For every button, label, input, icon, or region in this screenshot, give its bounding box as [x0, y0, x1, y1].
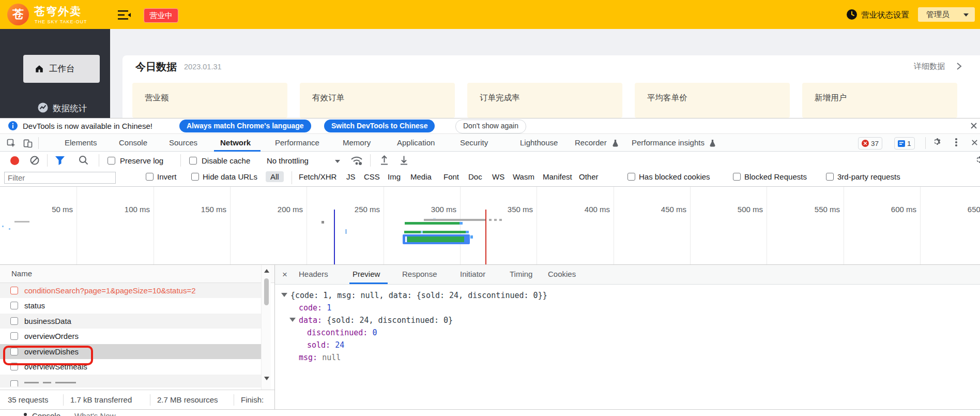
filter-type-all[interactable]: All [266, 171, 284, 182]
has-blocked-cookies-label[interactable]: Has blocked cookies [639, 172, 710, 181]
request-row-status[interactable]: status [0, 298, 261, 314]
tab-elements[interactable]: Elements [65, 138, 97, 147]
request-checkbox[interactable] [10, 302, 18, 309]
invert-checkbox[interactable] [146, 173, 154, 181]
sidebar-collapse-icon[interactable] [118, 10, 131, 20]
throttling-select[interactable]: No throttling [267, 156, 309, 165]
filter-type-img[interactable]: Img [388, 172, 401, 181]
notification-close-icon[interactable] [970, 122, 978, 130]
hide-data-urls-label[interactable]: Hide data URLs [203, 172, 257, 181]
network-conditions-icon[interactable] [350, 155, 363, 166]
filter-type-css[interactable]: CSS [364, 172, 380, 181]
request-list-scrollbar[interactable] [261, 265, 271, 390]
filter-type-fetch-xhr[interactable]: Fetch/XHR [299, 172, 336, 181]
always-match-language-button[interactable]: Always match Chrome's language [179, 120, 311, 132]
drawer-tab-console[interactable]: Console [32, 411, 60, 416]
blocked-requests-checkbox[interactable] [733, 173, 741, 181]
network-settings-gear-icon[interactable] [975, 156, 980, 166]
json-root-summary[interactable]: {code: 1, msg: null, data: {sold: 24, di… [290, 291, 547, 300]
filter-input[interactable] [4, 172, 116, 184]
record-button[interactable] [10, 156, 19, 165]
tab-security[interactable]: Security [460, 138, 488, 147]
scrollbar-thumb[interactable] [264, 278, 269, 305]
request-checkbox[interactable] [10, 317, 18, 325]
dont-show-again-button[interactable]: Don't show again [455, 120, 526, 133]
invert-label[interactable]: Invert [157, 172, 177, 181]
sidebar-item-workbench[interactable]: 工作台 [23, 55, 100, 83]
scroll-down-icon[interactable] [264, 377, 269, 380]
tab-performance-insights[interactable]: Performance insights [632, 138, 705, 147]
console-drawer[interactable]: Console What's New [0, 409, 980, 416]
export-har-icon[interactable] [399, 155, 409, 165]
request-checkbox[interactable] [10, 332, 18, 340]
request-row-clipped[interactable] [0, 375, 261, 388]
stat-card-turnover: 营业额 [132, 83, 287, 118]
json-entry-data[interactable]: data: {sold: 24, discontinued: 0} [299, 316, 453, 325]
tab-recorder[interactable]: Recorder [575, 138, 607, 147]
scroll-up-icon[interactable] [264, 269, 269, 273]
more-options-icon[interactable] [955, 138, 957, 146]
disable-cache-checkbox[interactable] [189, 157, 197, 165]
request-row-businessdata[interactable]: businessData [0, 314, 261, 329]
detail-data-link[interactable]: 详细数据 [914, 62, 945, 71]
request-row-overvieworders[interactable]: overviewOrders [0, 329, 261, 344]
preserve-log-checkbox[interactable] [108, 157, 115, 165]
third-party-requests-label[interactable]: 3rd-party requests [837, 172, 900, 181]
filter-type-doc[interactable]: Doc [468, 172, 482, 181]
import-har-icon[interactable] [379, 155, 389, 165]
filter-type-manifest[interactable]: Manifest [543, 172, 572, 181]
device-toolbar-icon[interactable] [23, 138, 33, 148]
tab-application[interactable]: Application [397, 138, 435, 147]
request-checkbox[interactable] [10, 380, 18, 387]
tab-network[interactable]: Network [220, 138, 251, 147]
request-name: conditionSearch?page=1&pageSize=10&statu… [24, 286, 196, 295]
tab-memory[interactable]: Memory [343, 138, 371, 147]
filter-type-font[interactable]: Font [443, 172, 459, 181]
expand-data-icon[interactable] [289, 318, 296, 322]
hide-data-urls-checkbox[interactable] [191, 173, 199, 181]
error-count-badge[interactable]: 37 [858, 137, 882, 150]
waterfall-selected-request[interactable] [403, 234, 470, 244]
request-row-conditionsearch[interactable]: conditionSearch?page=1&pageSize=10&statu… [0, 283, 261, 298]
details-tab-timing[interactable]: Timing [510, 270, 532, 278]
filter-type-js[interactable]: JS [346, 172, 356, 181]
pane-divider[interactable] [274, 265, 275, 409]
admin-dropdown[interactable]: 管理员 [918, 7, 975, 22]
has-blocked-cookies-checkbox[interactable] [627, 173, 635, 181]
sidebar-item-statistics[interactable]: 数据统计 [19, 101, 106, 118]
request-checkbox[interactable] [10, 287, 18, 294]
filter-type-wasm[interactable]: Wasm [513, 172, 534, 181]
tab-performance[interactable]: Performance [275, 138, 319, 147]
blocked-requests-label[interactable]: Blocked Requests [744, 172, 807, 181]
filter-icon[interactable] [55, 156, 65, 165]
filter-type-ws[interactable]: WS [492, 172, 504, 181]
switch-devtools-chinese-button[interactable]: Switch DevTools to Chinese [324, 120, 435, 132]
tab-console[interactable]: Console [119, 138, 147, 147]
clear-icon[interactable] [30, 156, 39, 165]
details-tab-headers[interactable]: Headers [299, 270, 328, 278]
details-close-icon[interactable]: × [282, 270, 287, 280]
details-tab-preview[interactable]: Preview [353, 270, 380, 278]
request-table-header[interactable]: Name [0, 265, 274, 283]
devtools-close-icon[interactable] [971, 139, 978, 146]
tab-lighthouse[interactable]: Lighthouse [520, 138, 558, 147]
details-tab-cookies[interactable]: Cookies [548, 270, 576, 278]
filter-type-other[interactable]: Other [579, 172, 599, 181]
inspect-element-icon[interactable] [6, 138, 17, 148]
filter-type-media[interactable]: Media [410, 172, 432, 181]
business-status-setting[interactable]: 营业状态设置 [861, 10, 909, 21]
preserve-log-label[interactable]: Preserve log [120, 156, 163, 165]
message-count-badge[interactable]: 1 [894, 137, 915, 150]
third-party-requests-checkbox[interactable] [826, 173, 834, 181]
details-tab-response[interactable]: Response [402, 270, 437, 278]
disable-cache-label[interactable]: Disable cache [202, 156, 250, 165]
timeline-tick: 100 ms [125, 205, 150, 214]
expand-root-icon[interactable] [281, 293, 287, 297]
drawer-tab-whats-new[interactable]: What's New [74, 411, 116, 416]
name-column-header[interactable]: Name [11, 269, 32, 278]
search-icon[interactable] [79, 155, 88, 165]
timeline-overview[interactable] [0, 187, 980, 265]
settings-gear-icon[interactable] [932, 138, 943, 148]
details-tab-initiator[interactable]: Initiator [460, 270, 485, 278]
tab-sources[interactable]: Sources [169, 138, 197, 147]
